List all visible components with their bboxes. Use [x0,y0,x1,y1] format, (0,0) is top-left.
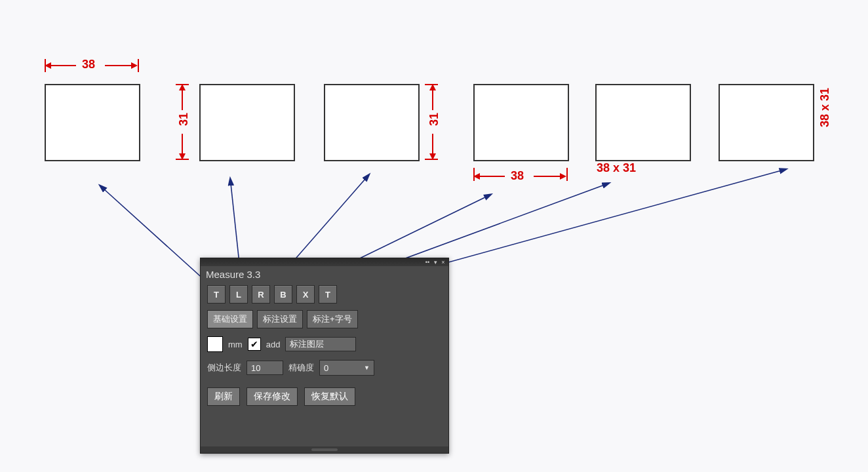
dim-line [47,65,76,66]
arrow-left-icon [473,173,480,180]
tab-label-font[interactable]: 标注+字号 [307,310,358,328]
rect-5[interactable] [595,84,691,161]
arrow-right-icon [131,62,138,69]
rect-2[interactable] [199,84,295,161]
reset-button[interactable]: 恢复默认 [304,387,355,406]
precision-value: 0 [324,363,328,373]
arrow-up-icon [429,84,436,90]
tab-row: 基础设置 标注设置 标注+字号 [207,310,442,328]
arrow-down-icon [179,153,186,160]
tool-button-right[interactable]: R [252,285,270,304]
dim-combo-label: 38 x 31 [597,161,636,175]
chevron-down-icon: ▼ [364,364,370,371]
measure-panel[interactable]: •• ▾ × Measure 3.3 T L R B X T 基础设置 标注设置… [200,258,449,454]
tool-button-alt[interactable]: T [319,285,337,304]
arrow-right-icon [560,173,566,180]
panel-titlebar[interactable]: •• ▾ × [201,258,448,266]
refresh-button[interactable]: 刷新 [207,387,240,406]
dim-tick [566,168,568,181]
rect-3[interactable] [324,84,420,161]
sidelen-label: 侧边长度 [207,362,241,374]
arrow-up-icon [179,84,186,90]
dim-line [182,88,183,110]
arrow-left-icon [45,62,51,69]
tool-button-top[interactable]: T [207,285,226,304]
dim-line [432,88,433,110]
panel-body: T L R B X T 基础设置 标注设置 标注+字号 mm ✔ add 侧边长… [201,283,448,420]
dim-combo-label-vertical: 38 x 31 [818,88,832,127]
rect-4[interactable] [473,84,569,161]
dim-height-label: 31 [177,113,191,126]
flyout-icon[interactable]: ▾ [433,259,438,266]
precision-select[interactable]: 0 ▼ [319,360,374,376]
dim-tick [138,59,139,72]
color-swatch[interactable] [207,336,223,352]
panel-title: Measure 3.3 [201,266,448,283]
tool-button-both[interactable]: X [296,285,315,304]
grip-icon [311,448,338,451]
rect-6[interactable] [719,84,814,161]
precision-label: 精确度 [288,362,314,374]
panel-resize-grip[interactable] [201,446,448,453]
tool-button-bottom[interactable]: B [274,285,292,304]
dim-width-label: 38 [511,169,524,183]
unit-label: mm [228,340,243,349]
add-label: add [266,340,281,349]
unit-row: mm ✔ add [207,336,442,352]
dim-width-label: 38 [82,58,95,71]
add-checkbox[interactable]: ✔ [248,338,261,351]
dim-height-label: 31 [427,113,441,126]
layer-input[interactable] [285,337,356,351]
arrow-down-icon [429,153,436,160]
canvas: 38 31 31 38 38 x 31 38 x 31 [0,0,868,472]
tab-label[interactable]: 标注设置 [257,310,303,328]
sidelen-input[interactable] [247,361,283,375]
tool-button-left[interactable]: L [229,285,248,304]
actions-row: 刷新 保存修改 恢复默认 [207,387,442,406]
minimize-icon[interactable]: •• [425,259,430,266]
tab-basic[interactable]: 基础设置 [207,310,253,328]
dim-line [476,176,505,177]
save-button[interactable]: 保存修改 [247,387,298,406]
options-row: 侧边长度 精确度 0 ▼ [207,360,442,376]
rect-1[interactable] [45,84,140,161]
tool-row: T L R B X T [207,285,442,304]
close-icon[interactable]: × [441,259,446,266]
